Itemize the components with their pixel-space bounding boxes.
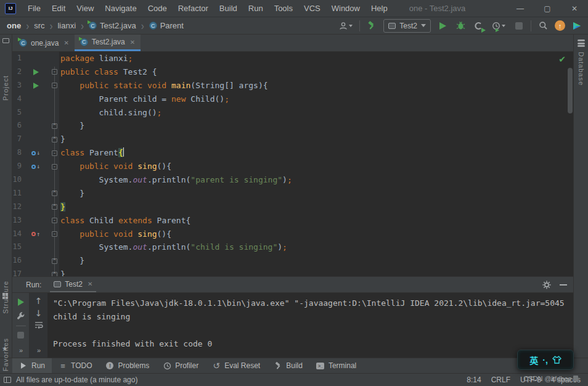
tab-one-java[interactable]: Cone.java✕ (14, 35, 75, 51)
fold-collapse-icon[interactable]: - (52, 150, 57, 156)
line-number[interactable]: 11 (12, 187, 25, 200)
menu-item-view[interactable]: View (71, 0, 99, 17)
code-line-10[interactable]: 10 System.out.println("parent is singing… (12, 173, 573, 187)
tool-window-button-build[interactable]: Build (267, 358, 309, 373)
line-number[interactable]: 2 (12, 65, 25, 79)
code-line-8[interactable]: 8↓-class Parent{ (12, 146, 573, 160)
update-available-icon[interactable]: ↑ (555, 20, 565, 31)
menu-item-vcs[interactable]: VCS (298, 0, 326, 17)
override-marker-icon[interactable]: ↓ (25, 146, 47, 160)
line-number[interactable]: 1 (12, 52, 25, 65)
layout-icon[interactable] (4, 377, 11, 383)
line-number[interactable]: 12 (12, 200, 25, 214)
profiler-button[interactable] (490, 20, 507, 32)
line-number[interactable]: 10 (12, 173, 25, 187)
tool-window-button-terminal[interactable]: >_Terminal (309, 358, 363, 373)
settings-gear-icon[interactable] (542, 281, 551, 289)
fold-end-icon[interactable]: ^ (52, 123, 57, 129)
fold-end-icon[interactable]: ^ (52, 137, 57, 142)
line-number[interactable]: 9 (12, 160, 25, 173)
run-with-coverage-button[interactable] (472, 20, 484, 32)
code-line-2[interactable]: 2-public class Test2 { (12, 65, 573, 79)
sidebar-item-database[interactable]: Database (578, 52, 585, 86)
more-actions-icon[interactable]: » (37, 347, 40, 354)
editor-scrollbar[interactable] (568, 68, 573, 113)
menu-item-build[interactable]: Build (214, 0, 243, 17)
menu-item-navigate[interactable]: Navigate (99, 0, 142, 17)
code-line-14[interactable]: 14↑- public void sing(){ (12, 228, 573, 241)
menu-item-refactor[interactable]: Refactor (173, 0, 214, 17)
fold-collapse-icon[interactable]: - (52, 218, 57, 223)
code-line-16[interactable]: 16^ } (12, 254, 573, 268)
close-button[interactable]: ✕ (561, 0, 588, 17)
menu-item-help[interactable]: Help (365, 0, 393, 17)
line-number[interactable]: 4 (12, 92, 25, 106)
fold-end-icon[interactable]: ^ (52, 191, 57, 196)
run-line-icon[interactable] (25, 65, 47, 79)
down-stack-trace-icon[interactable]: ↓ (35, 309, 43, 318)
line-number[interactable]: 13 (12, 214, 25, 228)
run-line-icon[interactable] (25, 79, 47, 92)
ime-punctuation-indicator[interactable]: ·, (542, 355, 548, 365)
code-line-1[interactable]: 1package lianxi; (12, 52, 573, 65)
fold-collapse-icon[interactable]: - (52, 164, 57, 170)
breadcrumb-item-test2-java[interactable]: CTest2.java (87, 21, 138, 30)
up-stack-trace-icon[interactable]: ↑ (35, 297, 43, 305)
settings-wrench-icon[interactable] (17, 311, 25, 320)
search-everywhere-icon[interactable] (537, 20, 549, 32)
code-line-6[interactable]: 6^ } (12, 119, 573, 133)
ime-skin-icon[interactable] (552, 356, 561, 364)
status-widget-crlf[interactable]: CRLF (491, 376, 510, 384)
ide-gem-icon[interactable] (571, 20, 583, 32)
code-line-4[interactable]: 4 Parent child = new Child(); (12, 92, 573, 106)
override-marker-icon[interactable]: ↓ (25, 160, 47, 173)
fold-collapse-icon[interactable]: - (52, 69, 57, 75)
fold-end-icon[interactable]: ^ (52, 272, 57, 276)
tool-window-button-run[interactable]: Run (12, 358, 52, 373)
line-number[interactable]: 5 (12, 106, 25, 120)
stop-process-button[interactable] (17, 332, 24, 339)
fold-end-icon[interactable]: ^ (52, 258, 57, 264)
line-number[interactable]: 17 (12, 268, 25, 276)
run-config-select[interactable]: Test2 (383, 19, 431, 33)
code-line-13[interactable]: 13-class Child extends Parent{ (12, 214, 573, 228)
rerun-button[interactable] (18, 298, 24, 306)
close-icon[interactable]: ✕ (63, 39, 68, 46)
menu-item-window[interactable]: Window (326, 0, 365, 17)
build-hammer-button[interactable] (365, 20, 378, 32)
tool-window-button-profiler[interactable]: Profiler (156, 358, 205, 373)
ime-language-indicator[interactable]: 英 (529, 354, 538, 366)
code-line-7[interactable]: 7^} (12, 133, 573, 146)
code-line-3[interactable]: 3- public static void main(String[] args… (12, 79, 573, 92)
tool-window-button-eval-reset[interactable]: ↺Eval Reset (205, 358, 267, 373)
code-line-12[interactable]: 12^} (12, 200, 573, 214)
code-line-5[interactable]: 5 child.sing(); (12, 106, 573, 120)
breadcrumb-item-parent[interactable]: CParent (147, 21, 186, 30)
close-icon[interactable]: ✕ (88, 281, 92, 287)
line-number[interactable]: 6 (12, 119, 25, 133)
debug-button[interactable] (454, 20, 467, 32)
sidebar-item-project[interactable]: Project (2, 75, 9, 101)
line-number[interactable]: 3 (12, 79, 25, 92)
line-number[interactable]: 15 (12, 240, 25, 254)
more-actions-icon[interactable]: » (19, 347, 22, 354)
ime-toolbar[interactable]: 英 ·, (517, 350, 574, 370)
run-tab[interactable]: Test2 ✕ (50, 277, 96, 292)
minimize-button[interactable]: — (507, 0, 534, 17)
code-line-15[interactable]: 15 System.out.println("child is singing"… (12, 240, 573, 254)
line-number[interactable]: 14 (12, 228, 25, 241)
run-console[interactable]: "C:\Program Files\Java\jdk-18.0.1.1\bin\… (47, 293, 573, 358)
menu-item-edit[interactable]: Edit (46, 0, 71, 17)
status-widget-8-14[interactable]: 8:14 (467, 376, 481, 384)
code-editor[interactable]: 1package lianxi;2-public class Test2 {3-… (12, 52, 573, 276)
hide-panel-icon[interactable] (560, 284, 567, 285)
menu-item-tools[interactable]: Tools (269, 0, 298, 17)
maximize-button[interactable]: ▢ (534, 0, 561, 17)
line-number[interactable]: 7 (12, 133, 25, 146)
tool-window-button-todo[interactable]: ≡TODO (52, 358, 99, 373)
stop-button[interactable] (513, 20, 525, 32)
breadcrumb-item-one[interactable]: one (5, 21, 23, 30)
tab-test2-java[interactable]: CTest2.java✕ (75, 35, 141, 51)
run-button[interactable] (436, 20, 449, 32)
override-marker-icon[interactable]: ↑ (25, 228, 47, 241)
